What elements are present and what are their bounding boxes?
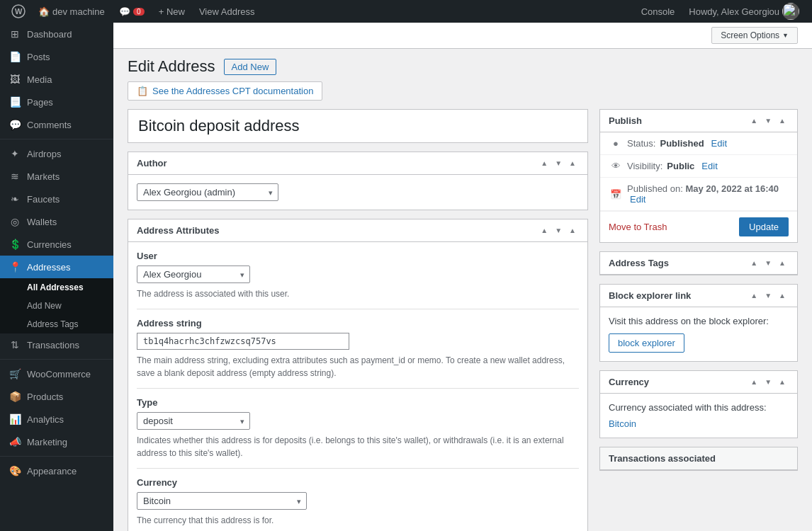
author-select[interactable]: Alex Georgiou (admin) [137,183,278,201]
user-menu[interactable]: Howdy, Alex Georgiou [682,0,806,23]
sidebar-item-addresses[interactable]: 📍 Addresses [0,256,113,278]
doc-link-bar: 📋 See the Addresses CPT documentation [113,81,812,109]
publish-down[interactable]: ▼ [762,115,774,126]
transactions-metabox-header[interactable]: Transactions associated [600,447,797,470]
author-metabox-body: Alex Georgiou (admin) ▾ [128,175,587,210]
block-explorer-controls: ▲ ▼ ▲ [748,290,789,301]
title-input[interactable] [128,109,588,143]
doc-link[interactable]: 📋 See the Addresses CPT documentation [128,81,322,101]
address-attributes-header[interactable]: Address Attributes ▲ ▼ ▲ [128,219,587,242]
publish-up[interactable]: ▲ [748,115,760,126]
status-value: Published [660,138,704,149]
appearance-icon: 🎨 [9,465,21,476]
sidebar-item-posts[interactable]: 📄 Posts [0,45,113,68]
transactions-metabox: Transactions associated [599,447,798,471]
publish-actions: Move to Trash Update [600,211,797,242]
sidebar-sub-all-addresses[interactable]: All Addresses [0,278,113,297]
sidebar-divider-1 [0,139,113,139]
address-attr-toggle[interactable]: ▲ [566,225,579,236]
sidebar-sub-address-tags[interactable]: Address Tags [0,315,113,333]
sidebar-item-currencies[interactable]: 💲 Currencies [0,233,113,256]
sidebar-item-products[interactable]: 📦 Products [0,385,113,408]
tags-toggle[interactable]: ▲ [776,258,789,268]
author-toggle[interactable]: ▲ [566,158,579,169]
woocommerce-icon: 🛒 [9,368,21,379]
sidebar-item-woocommerce[interactable]: 🛒 WooCommerce [0,362,113,385]
author-metabox: Author ▲ ▼ ▲ Alex Georgiou (admin) ▾ [128,152,588,210]
sidebar-item-wallets[interactable]: ◎ Wallets [0,210,113,233]
address-attr-up[interactable]: ▲ [538,225,551,236]
block-explorer-link[interactable]: block explorer [609,333,684,353]
block-explorer-body: Visit this address on the block explorer… [600,307,797,361]
sidebar-item-transactions[interactable]: ⇅ Transactions [0,333,113,356]
author-metabox-header[interactable]: Author ▲ ▼ ▲ [128,152,587,175]
currency-up[interactable]: ▲ [748,377,760,387]
address-tags-metabox: Address Tags ▲ ▼ ▲ [599,251,798,275]
screen-options-button[interactable]: Screen Options ▼ [711,27,798,44]
wp-logo[interactable]: W [6,4,31,18]
currency-toggle[interactable]: ▲ [776,377,789,387]
doc-icon: 📋 [137,86,148,96]
address-tags-header[interactable]: Address Tags ▲ ▼ ▲ [600,252,797,275]
sidebar-item-marketing[interactable]: 📣 Marketing [0,430,113,453]
view-address-link[interactable]: View Address [192,0,262,23]
author-collapse-up[interactable]: ▲ [538,158,551,169]
new-button[interactable]: + New [152,0,192,23]
sidebar-item-markets[interactable]: ≋ Markets [0,165,113,188]
sidebar-divider-3 [0,456,113,457]
address-attr-down[interactable]: ▼ [552,225,565,236]
block-explorer-header[interactable]: Block explorer link ▲ ▼ ▲ [600,285,797,307]
console-link[interactable]: Console [634,0,682,23]
section-divider-1 [137,309,579,309]
currency-select[interactable]: Bitcoin Ethereum Litecoin [137,492,307,510]
dashboard-icon: ⊞ [9,28,21,40]
sidebar-item-media[interactable]: 🖼 Media [0,68,113,91]
comments-link[interactable]: 💬 0 [112,0,152,23]
products-icon: 📦 [9,391,21,402]
visibility-value: Public [667,161,694,171]
home-icon: 🏠 [38,6,50,17]
sidebar-item-dashboard[interactable]: ⊞ Dashboard [0,23,113,45]
sidebar-item-pages[interactable]: 📃 Pages [0,91,113,113]
sidebar-sub-add-new[interactable]: Add New [0,297,113,315]
explorer-up[interactable]: ▲ [748,290,760,301]
author-collapse-down[interactable]: ▼ [552,158,565,169]
type-select[interactable]: deposit withdrawal [137,412,250,430]
user-desc: The address is associated with this user… [137,287,579,300]
site-name[interactable]: 🏠 dev machine [31,0,112,23]
address-tags-controls: ▲ ▼ ▲ [748,258,789,268]
published-edit-link[interactable]: Edit [630,194,645,205]
publish-metabox-header[interactable]: Publish ▲ ▼ ▲ [600,110,797,132]
trash-link[interactable]: Move to Trash [609,222,667,232]
screen-options-bar: Screen Options ▼ [113,23,812,49]
explorer-toggle[interactable]: ▲ [776,290,789,301]
sidebar-item-analytics[interactable]: 📊 Analytics [0,408,113,430]
sidebar-item-comments[interactable]: 💬 Comments [0,113,113,136]
type-label: Type [137,397,579,408]
status-edit-link[interactable]: Edit [711,138,727,149]
analytics-icon: 📊 [9,413,21,425]
sidebar-item-faucets[interactable]: ❧ Faucets [0,188,113,210]
add-new-button[interactable]: Add New [224,59,277,75]
sidebar-item-airdrops[interactable]: ✦ Airdrops [0,142,113,165]
visibility-edit-link[interactable]: Edit [701,161,717,171]
svg-text:W: W [15,7,23,16]
explorer-down[interactable]: ▼ [762,290,774,301]
status-icon: ● [609,138,623,149]
user-label: User [137,251,579,261]
update-button[interactable]: Update [739,217,789,236]
content-area: Author ▲ ▼ ▲ Alex Georgiou (admin) ▾ [113,109,812,531]
pages-icon: 📃 [9,96,21,108]
currency-metabox-header[interactable]: Currency ▲ ▼ ▲ [600,371,797,394]
type-select-wrap: deposit withdrawal ▾ [137,412,250,430]
currency-link[interactable]: Bitcoin [609,418,636,429]
tags-down[interactable]: ▼ [762,258,774,268]
publish-toggle[interactable]: ▲ [776,115,789,126]
tags-up[interactable]: ▲ [748,258,760,268]
address-attributes-controls: ▲ ▼ ▲ [538,225,579,236]
currency-down[interactable]: ▼ [762,377,774,387]
block-explorer-desc: Visit this address on the block explorer… [609,316,789,326]
user-select[interactable]: Alex Georgiou [137,266,250,283]
sidebar-item-appearance[interactable]: 🎨 Appearance [0,459,113,482]
address-string-input[interactable] [137,333,349,350]
